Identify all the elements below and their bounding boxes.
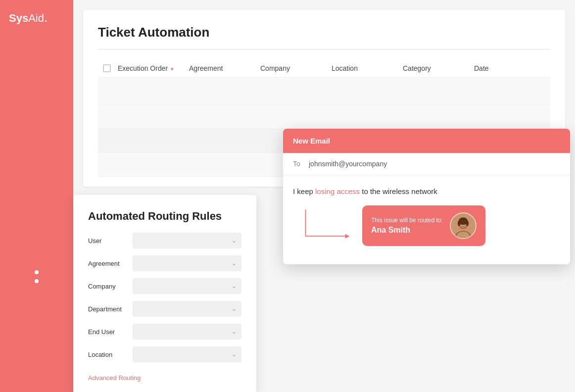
routing-row-company: Company ⌄ bbox=[88, 278, 241, 294]
table-row[interactable] bbox=[98, 78, 550, 105]
chevron-down-icon: ⌄ bbox=[232, 305, 237, 312]
routing-row-location: Location ⌄ bbox=[88, 346, 241, 362]
email-modal-header: New Email bbox=[283, 129, 570, 153]
select-all-checkbox[interactable] bbox=[103, 64, 111, 72]
email-modal: New Email To johnsmith@yourcompany I kee… bbox=[283, 129, 570, 264]
routing-label-location: Location bbox=[88, 351, 133, 358]
svg-point-10 bbox=[464, 223, 466, 225]
routing-label-user: User bbox=[88, 237, 133, 245]
chevron-down-icon: ⌄ bbox=[232, 351, 237, 358]
routing-bubble-pre-text: This issue will be routed to: bbox=[371, 217, 443, 224]
routing-arrow-area: This issue will be routed to: Ana Smith bbox=[293, 205, 560, 246]
routing-dropdown-department[interactable]: ⌄ bbox=[133, 301, 241, 317]
routing-row-user: User ⌄ bbox=[88, 233, 241, 248]
chevron-down-icon: ⌄ bbox=[232, 283, 237, 290]
divider bbox=[98, 49, 550, 49]
routing-dropdown-location[interactable]: ⌄ bbox=[133, 346, 241, 362]
routing-dropdown-end-user[interactable]: ⌄ bbox=[133, 324, 241, 340]
routing-rules-title: Automated Routing Rules bbox=[88, 210, 241, 223]
routing-label-department: Department bbox=[88, 305, 133, 313]
col-location: Location bbox=[332, 64, 403, 72]
routing-dropdown-agreement[interactable]: ⌄ bbox=[133, 255, 241, 271]
routing-bubble-text-area: This issue will be routed to: Ana Smith bbox=[371, 217, 443, 235]
page-title: Ticket Automation bbox=[98, 25, 550, 40]
sidebar: SysAid. bbox=[0, 0, 73, 392]
email-text-highlight: losing access bbox=[315, 187, 360, 196]
email-text-after: to the wireless network bbox=[360, 187, 437, 196]
routing-row-department: Department ⌄ bbox=[88, 301, 241, 317]
email-text-before: I keep bbox=[293, 187, 315, 196]
svg-point-9 bbox=[461, 223, 462, 225]
table-header: Execution Order ▾ Agreement Company Loca… bbox=[98, 59, 550, 78]
routing-bubble-agent-name: Ana Smith bbox=[371, 226, 443, 235]
svg-point-7 bbox=[458, 221, 461, 226]
sidebar-dot-2[interactable] bbox=[35, 279, 39, 283]
chevron-down-icon: ⌄ bbox=[232, 260, 237, 267]
col-date: Date bbox=[474, 64, 545, 72]
avatar-image bbox=[451, 212, 476, 239]
email-to-label: To bbox=[293, 160, 303, 168]
chevron-down-icon: ⌄ bbox=[232, 328, 237, 335]
routing-dropdown-user[interactable]: ⌄ bbox=[133, 233, 241, 248]
routing-rules-card: Automated Routing Rules User ⌄ Agreement… bbox=[73, 195, 256, 392]
logo: SysAid. bbox=[0, 10, 48, 25]
table-row[interactable] bbox=[98, 105, 550, 129]
routing-dropdown-company[interactable]: ⌄ bbox=[133, 278, 241, 294]
email-body: I keep losing access to the wireless net… bbox=[283, 175, 570, 264]
sidebar-navigation bbox=[35, 270, 39, 283]
email-to-row: To johnsmith@yourcompany bbox=[283, 153, 570, 175]
col-category: Category bbox=[403, 64, 474, 72]
col-execution-order: Execution Order ▾ bbox=[118, 64, 189, 72]
svg-point-8 bbox=[466, 221, 469, 226]
col-company: Company bbox=[260, 64, 332, 72]
main-content: Ticket Automation Execution Order ▾ Agre… bbox=[73, 0, 575, 392]
routing-row-end-user: End User ⌄ bbox=[88, 324, 241, 340]
svg-marker-0 bbox=[345, 234, 350, 239]
routing-label-agreement: Agreement bbox=[88, 260, 133, 267]
routing-label-company: Company bbox=[88, 283, 133, 290]
routing-bubble: This issue will be routed to: Ana Smith bbox=[362, 205, 485, 246]
sidebar-dot-1[interactable] bbox=[35, 270, 39, 274]
advanced-routing-link[interactable]: Advanced Routing bbox=[88, 374, 141, 382]
chevron-down-icon: ⌄ bbox=[232, 237, 237, 244]
email-to-value[interactable]: johnsmith@yourcompany bbox=[309, 160, 387, 168]
avatar bbox=[450, 212, 477, 239]
col-agreement: Agreement bbox=[189, 64, 260, 72]
routing-label-end-user: End User bbox=[88, 328, 133, 336]
email-body-text: I keep losing access to the wireless net… bbox=[293, 187, 560, 196]
sort-icon[interactable]: ▾ bbox=[171, 66, 174, 72]
email-modal-title: New Email bbox=[293, 137, 560, 145]
routing-arrow-icon bbox=[298, 205, 357, 245]
routing-row-agreement: Agreement ⌄ bbox=[88, 255, 241, 271]
